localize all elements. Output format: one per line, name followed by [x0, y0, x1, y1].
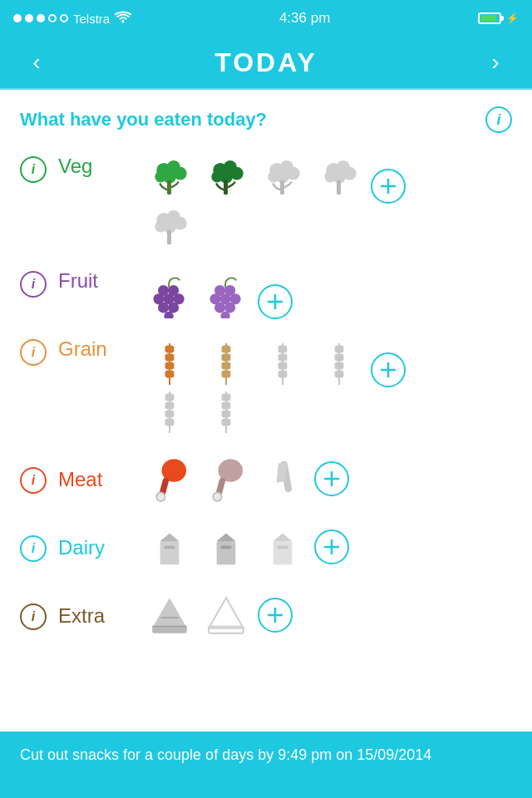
svg-point-39 [168, 302, 179, 313]
svg-rect-122 [217, 541, 236, 564]
tip-box: Cut out snacks for a couple of days by 9… [0, 732, 532, 798]
veg-label: Veg [58, 155, 141, 178]
food-row-dairy: i Dairy [20, 517, 512, 577]
fruit-icons [141, 268, 293, 324]
dairy-label: Dairy [58, 536, 141, 559]
header: ‹ TODAY › [0, 37, 532, 90]
meat-info-button[interactable]: i [20, 467, 47, 494]
svg-point-111 [156, 492, 165, 501]
svg-point-47 [214, 302, 225, 313]
dot-2 [25, 14, 33, 22]
food-row-extra: i Extra [20, 585, 512, 645]
svg-marker-120 [160, 533, 180, 540]
grain-label: Grain [58, 337, 141, 361]
status-bar: Telstra 4:36 pm ⚡ [0, 0, 532, 37]
extra-serving-1[interactable] [141, 587, 198, 643]
svg-marker-134 [209, 598, 244, 628]
status-left: Telstra [13, 11, 131, 27]
grain-add-button[interactable] [371, 352, 406, 387]
fruit-label: Fruit [58, 269, 141, 293]
svg-rect-125 [273, 541, 293, 564]
fruit-info-button[interactable]: i [20, 271, 47, 298]
veg-serving-5[interactable] [141, 203, 198, 259]
svg-marker-130 [152, 598, 187, 628]
wifi-icon [115, 11, 131, 27]
grain-icons [141, 336, 406, 441]
food-row-fruit: i Fruit [20, 268, 512, 328]
charging-icon: ⚡ [506, 12, 519, 24]
svg-point-17 [268, 171, 279, 183]
status-time: 4:36 pm [279, 10, 330, 27]
svg-point-48 [224, 302, 235, 313]
veg-icons [141, 153, 406, 259]
veg-serving-4[interactable] [311, 153, 367, 209]
dot-4 [48, 14, 57, 22]
svg-point-23 [324, 171, 336, 183]
svg-marker-126 [273, 533, 293, 540]
dairy-info-button[interactable]: i [20, 535, 47, 562]
meat-serving-1[interactable] [141, 451, 198, 507]
grain-serving-5[interactable] [141, 384, 198, 441]
veg-serving-1[interactable] [141, 153, 198, 209]
svg-rect-121 [164, 546, 175, 549]
dot-1 [13, 14, 22, 22]
svg-marker-123 [217, 533, 236, 540]
signal-dots [13, 14, 68, 22]
dairy-add-button[interactable] [314, 530, 349, 564]
carrier-name: Telstra [73, 12, 110, 26]
meat-add-button[interactable] [314, 461, 349, 496]
tip-text: Cut out snacks for a couple of days by 9… [20, 745, 512, 766]
battery-icon [478, 12, 501, 24]
food-row-meat: i Meat [20, 449, 512, 509]
svg-rect-119 [160, 541, 180, 564]
svg-point-11 [211, 171, 223, 183]
svg-rect-131 [152, 627, 187, 633]
fruit-add-button[interactable] [258, 284, 293, 319]
svg-rect-127 [277, 546, 288, 549]
extra-add-button[interactable] [258, 598, 293, 633]
page-title: TODAY [214, 47, 317, 78]
svg-point-38 [158, 302, 169, 313]
extra-label: Extra [58, 604, 141, 628]
svg-point-5 [155, 171, 166, 183]
fruit-serving-1[interactable] [141, 268, 198, 324]
veg-add-button[interactable] [371, 169, 406, 204]
svg-point-0 [122, 20, 125, 22]
veg-serving-3[interactable] [254, 153, 311, 209]
svg-rect-12 [224, 180, 228, 195]
fruit-serving-2[interactable] [198, 268, 254, 324]
question-row: What have you eaten today? i [20, 106, 512, 133]
meat-serving-3[interactable] [254, 451, 311, 507]
food-row-grain: i Grain [20, 336, 512, 441]
svg-point-31 [155, 221, 166, 233]
meat-icons [141, 451, 349, 507]
veg-info-button[interactable]: i [20, 156, 47, 183]
dairy-icons [141, 519, 349, 575]
svg-rect-6 [167, 180, 171, 195]
svg-rect-32 [167, 230, 171, 245]
grain-info-button[interactable]: i [20, 339, 47, 366]
dot-5 [60, 14, 68, 22]
status-right: ⚡ [478, 12, 519, 24]
meat-label: Meat [58, 468, 141, 491]
dairy-serving-2[interactable] [198, 519, 254, 575]
battery-fill [480, 15, 496, 22]
back-button[interactable]: ‹ [20, 49, 53, 76]
veg-serving-2[interactable] [198, 153, 254, 209]
svg-rect-24 [337, 180, 341, 195]
food-row-veg: i Veg [20, 153, 512, 259]
svg-rect-124 [220, 546, 231, 549]
extra-serving-2[interactable] [198, 587, 254, 643]
svg-point-114 [213, 492, 222, 501]
dairy-serving-3[interactable] [254, 519, 311, 575]
question-info-button[interactable]: i [485, 106, 512, 133]
extra-info-button[interactable]: i [20, 603, 47, 630]
meat-serving-2[interactable] [198, 451, 254, 507]
dairy-serving-1[interactable] [141, 519, 198, 575]
extra-icons [141, 587, 293, 643]
forward-button[interactable]: › [479, 49, 512, 76]
question-text: What have you eaten today? [20, 109, 267, 131]
dot-3 [37, 14, 45, 22]
grain-serving-6[interactable] [198, 384, 254, 441]
main-content: What have you eaten today? i i Veg [0, 90, 532, 645]
